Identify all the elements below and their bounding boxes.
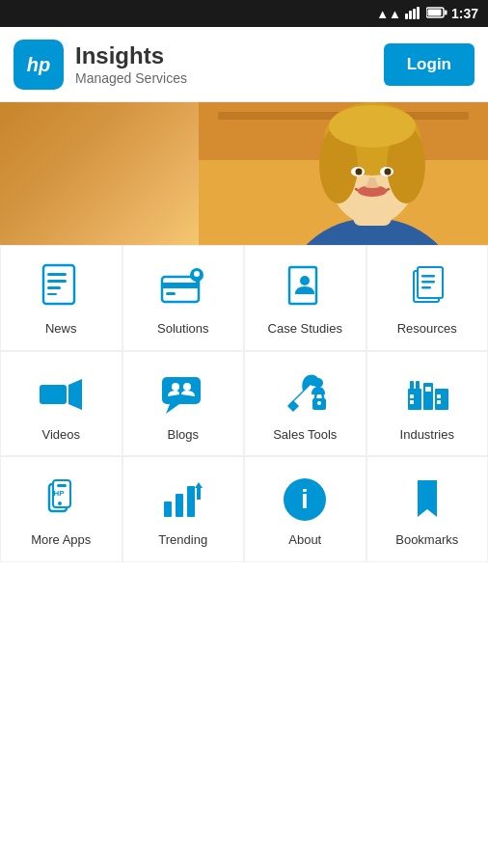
svg-rect-26	[47, 280, 67, 283]
svg-rect-55	[416, 381, 420, 391]
grid-item-resources[interactable]: Resources	[366, 245, 489, 351]
svg-rect-51	[408, 389, 421, 410]
app-header: hp Insights Managed Services Login	[0, 27, 488, 102]
grid-item-solutions[interactable]: Solutions	[122, 245, 245, 351]
svg-rect-25	[47, 273, 67, 276]
svg-rect-24	[43, 265, 74, 304]
login-button[interactable]: Login	[384, 43, 474, 86]
news-icon	[33, 263, 89, 313]
svg-rect-6	[445, 10, 447, 14]
grid-item-videos[interactable]: Videos	[0, 351, 122, 457]
svg-rect-57	[410, 400, 414, 404]
svg-point-50	[313, 378, 323, 388]
bookmarks-label: Bookmarks	[395, 532, 458, 548]
resources-icon	[399, 263, 455, 313]
svg-point-18	[329, 105, 416, 148]
grid-item-bookmarks[interactable]: Bookmarks	[366, 456, 489, 562]
svg-point-35	[300, 276, 310, 285]
svg-point-21	[356, 169, 363, 176]
hero-banner	[0, 102, 488, 245]
grid-item-blogs[interactable]: Blogs	[122, 351, 245, 457]
svg-text:hp: hp	[27, 53, 50, 74]
svg-point-49	[317, 401, 321, 405]
blogs-label: Blogs	[167, 427, 199, 443]
svg-rect-0	[405, 14, 408, 19]
svg-rect-68	[187, 486, 195, 517]
svg-rect-67	[176, 494, 183, 517]
svg-rect-30	[162, 283, 199, 288]
svg-rect-2	[413, 9, 416, 19]
more-apps-icon: HP	[33, 475, 89, 525]
case-studies-label: Case Studies	[268, 321, 342, 337]
svg-rect-42	[40, 385, 67, 404]
grid-item-news[interactable]: News	[0, 245, 122, 351]
svg-rect-1	[409, 11, 412, 19]
svg-rect-3	[417, 7, 420, 19]
sales-tools-icon	[277, 369, 333, 420]
status-bar: ▲▲ 1:37	[0, 0, 488, 27]
case-studies-icon	[277, 263, 333, 313]
sales-tools-label: Sales Tools	[273, 427, 337, 443]
svg-rect-40	[421, 286, 431, 289]
trending-label: Trending	[158, 532, 207, 548]
svg-point-33	[194, 271, 200, 277]
svg-rect-39	[421, 281, 435, 284]
svg-rect-58	[425, 387, 431, 392]
blogs-icon	[155, 369, 211, 420]
trending-icon	[155, 475, 211, 525]
solutions-icon	[155, 263, 211, 313]
app-title-sub: Managed Services	[75, 70, 187, 86]
svg-marker-45	[166, 404, 179, 414]
grid-item-more-apps[interactable]: HP More Apps	[0, 456, 122, 562]
svg-rect-60	[437, 400, 441, 404]
grid-item-industries[interactable]: Industries	[366, 351, 489, 457]
grid-item-sales-tools[interactable]: Sales Tools	[244, 351, 366, 457]
svg-text:i: i	[301, 484, 309, 514]
grid-item-trending[interactable]: Trending	[122, 456, 245, 562]
resources-label: Resources	[397, 321, 457, 337]
svg-point-22	[385, 169, 392, 176]
svg-text:HP: HP	[54, 489, 66, 498]
svg-rect-66	[164, 502, 172, 517]
grid-item-case-studies[interactable]: Case Studies	[244, 245, 366, 351]
wifi-icon: ▲▲	[376, 7, 401, 21]
svg-rect-31	[166, 292, 176, 295]
svg-rect-59	[437, 394, 441, 398]
app-title-main: Insights	[75, 42, 187, 70]
svg-rect-56	[410, 394, 414, 398]
status-icons: ▲▲ 1:37	[376, 6, 478, 22]
svg-rect-54	[410, 381, 414, 391]
app-grid: News Solutions	[0, 245, 488, 562]
bookmarks-icon	[399, 475, 455, 525]
svg-rect-63	[57, 484, 67, 487]
more-apps-label: More Apps	[31, 532, 91, 548]
grid-item-about[interactable]: i About	[244, 456, 366, 562]
svg-rect-44	[162, 377, 201, 404]
svg-rect-65	[58, 502, 62, 505]
svg-point-46	[172, 383, 179, 391]
svg-rect-38	[421, 275, 435, 278]
battery-icon	[426, 7, 447, 21]
about-label: About	[288, 532, 321, 548]
svg-rect-53	[435, 389, 448, 410]
news-label: News	[45, 321, 77, 337]
signal-icon	[405, 6, 422, 22]
status-time: 1:37	[451, 6, 478, 21]
about-icon: i	[277, 475, 333, 525]
svg-rect-34	[289, 267, 316, 304]
industries-label: Industries	[400, 427, 454, 443]
svg-rect-27	[47, 286, 61, 289]
videos-label: Videos	[41, 427, 80, 443]
header-brand: hp Insights Managed Services	[14, 40, 187, 90]
videos-icon	[33, 369, 89, 420]
svg-point-47	[183, 383, 191, 391]
hp-logo: hp	[14, 40, 64, 90]
solutions-label: Solutions	[157, 321, 208, 337]
svg-rect-5	[427, 9, 441, 15]
svg-marker-43	[68, 379, 82, 410]
industries-icon	[399, 369, 455, 420]
app-title: Insights Managed Services	[75, 42, 187, 86]
svg-rect-28	[47, 293, 57, 295]
